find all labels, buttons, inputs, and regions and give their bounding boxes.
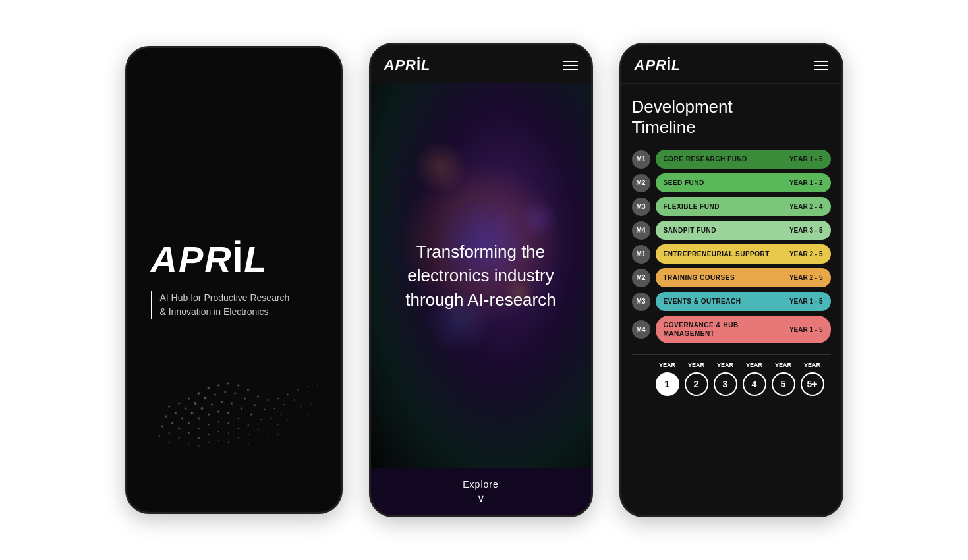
pill-label: EVENTS & OUTREACH bbox=[664, 297, 741, 306]
svg-point-75 bbox=[237, 428, 239, 430]
svg-point-91 bbox=[268, 446, 269, 447]
svg-point-79 bbox=[277, 434, 279, 435]
year-circle-5plus[interactable]: 5+ bbox=[801, 372, 824, 396]
svg-point-95 bbox=[218, 440, 219, 441]
phone3-navbar: APRİL bbox=[621, 45, 841, 84]
svg-point-63 bbox=[277, 424, 279, 425]
svg-point-61 bbox=[257, 429, 259, 431]
timeline-row: M1 ENTREPRENEURIAL SUPPORT YEAR 2 - 5 bbox=[632, 244, 831, 264]
timeline-row: M2 SEED FUND YEAR 1 - 2 bbox=[632, 173, 831, 192]
year-label: YEAR bbox=[685, 362, 708, 368]
chevron-down-icon: ∨ bbox=[382, 492, 581, 505]
svg-point-9 bbox=[257, 395, 260, 398]
svg-point-102 bbox=[228, 450, 229, 451]
year-circle-2[interactable]: 2 bbox=[685, 372, 708, 396]
svg-point-28 bbox=[273, 408, 275, 410]
milestone-badge: M1 bbox=[632, 150, 650, 169]
svg-point-65 bbox=[297, 416, 299, 417]
svg-point-22 bbox=[214, 393, 217, 396]
svg-point-68 bbox=[168, 442, 170, 444]
year-legend: YEAR YEAR YEAR YEAR YEAR YEAR 1 2 3 4 5 … bbox=[632, 354, 831, 396]
svg-point-69 bbox=[178, 437, 180, 439]
svg-point-67 bbox=[317, 417, 318, 418]
svg-point-7 bbox=[237, 384, 240, 387]
pill-year: YEAR 3 - 5 bbox=[789, 227, 823, 234]
phone-splash: APRİL AI Hub for Productive Research & I… bbox=[125, 46, 343, 514]
svg-point-45 bbox=[270, 418, 272, 420]
phone2-menu-icon[interactable] bbox=[563, 61, 578, 70]
year-labels: YEAR YEAR YEAR YEAR YEAR YEAR bbox=[632, 362, 831, 368]
timeline-pill: FLEXIBLE FUND YEAR 2 - 4 bbox=[656, 197, 831, 216]
svg-point-8 bbox=[247, 389, 250, 391]
timeline-row: M3 EVENTS & OUTREACH YEAR 1 - 5 bbox=[632, 292, 831, 311]
splash-tagline: AI Hub for Productive Research & Innovat… bbox=[151, 291, 290, 319]
hero-content: Transforming the electronics industry th… bbox=[371, 83, 591, 468]
timeline-pill: TRAINING COURSES YEAR 2 - 5 bbox=[656, 268, 831, 287]
svg-point-43 bbox=[250, 413, 253, 416]
timeline-content: Development Timeline M1 CORE RESEARCH FU… bbox=[621, 84, 841, 515]
svg-point-31 bbox=[304, 396, 305, 397]
svg-point-78 bbox=[268, 437, 269, 439]
svg-point-77 bbox=[258, 439, 259, 440]
year-circle-3[interactable]: 3 bbox=[714, 372, 737, 396]
timeline-pill: SEED FUND YEAR 1 - 2 bbox=[656, 173, 831, 192]
svg-point-50 bbox=[320, 406, 322, 407]
svg-point-85 bbox=[208, 434, 210, 435]
svg-point-93 bbox=[198, 445, 200, 447]
svg-point-82 bbox=[179, 447, 180, 449]
svg-point-34 bbox=[161, 425, 164, 428]
svg-point-33 bbox=[324, 396, 325, 397]
svg-point-84 bbox=[198, 437, 200, 439]
svg-point-72 bbox=[208, 424, 210, 426]
svg-point-96 bbox=[228, 441, 229, 443]
phone2-navbar: APRİ·L bbox=[371, 45, 591, 83]
milestone-badge: M4 bbox=[632, 221, 650, 240]
svg-point-100 bbox=[208, 450, 210, 451]
hero-text: Transforming the electronics industry th… bbox=[371, 240, 591, 312]
pill-label: FLEXIBLE FUND bbox=[664, 202, 720, 211]
svg-point-23 bbox=[224, 391, 227, 393]
timeline-pill: GOVERNANCE & HUB MANAGEMENT YEAR 1 - 5 bbox=[656, 316, 831, 343]
svg-point-12 bbox=[287, 394, 289, 396]
pill-year: YEAR 2 - 5 bbox=[789, 274, 823, 281]
svg-point-74 bbox=[227, 422, 229, 424]
explore-label: Explore bbox=[382, 479, 581, 490]
svg-point-57 bbox=[217, 410, 220, 413]
svg-point-60 bbox=[247, 424, 249, 426]
svg-point-66 bbox=[307, 414, 308, 416]
year-label: YEAR bbox=[772, 362, 795, 368]
pill-year: YEAR 1 - 5 bbox=[789, 298, 823, 305]
timeline-pill: EVENTS & OUTREACH YEAR 1 - 5 bbox=[656, 292, 831, 311]
pill-label: GOVERNANCE & HUB MANAGEMENT bbox=[664, 321, 784, 338]
timeline-pill: CORE RESEARCH FUND YEAR 1 - 5 bbox=[656, 150, 831, 169]
svg-point-14 bbox=[307, 386, 308, 387]
svg-point-47 bbox=[291, 409, 292, 410]
tagline-line2: & Innovation in Electronics bbox=[160, 306, 269, 317]
timeline-row: M1 CORE RESEARCH FUND YEAR 1 - 5 bbox=[632, 150, 831, 169]
year-circle-1[interactable]: 1 bbox=[656, 372, 679, 396]
phone3-logo: APRİL bbox=[635, 57, 681, 74]
explore-area[interactable]: Explore ∨ bbox=[371, 468, 591, 515]
tagline-line1: AI Hub for Productive Research bbox=[160, 293, 290, 303]
svg-point-29 bbox=[283, 404, 285, 406]
timeline-pill: ENTREPRENEURIAL SUPPORT YEAR 2 - 5 bbox=[656, 244, 831, 264]
pill-label: TRAINING COURSES bbox=[664, 273, 735, 282]
svg-point-0 bbox=[168, 405, 171, 408]
phone3-menu-icon[interactable] bbox=[814, 61, 828, 70]
svg-point-18 bbox=[175, 412, 177, 414]
svg-point-30 bbox=[294, 399, 295, 401]
milestone-badge: M3 bbox=[632, 293, 650, 311]
svg-point-5 bbox=[217, 384, 220, 387]
page-wrapper: APRİL AI Hub for Productive Research & I… bbox=[0, 0, 968, 560]
svg-point-80 bbox=[287, 429, 289, 430]
pill-year: YEAR 1 - 5 bbox=[789, 326, 823, 333]
year-circle-4[interactable]: 4 bbox=[743, 372, 766, 396]
timeline-row: M4 SANDPIT FUND YEAR 3 - 5 bbox=[632, 221, 831, 240]
year-circle-5[interactable]: 5 bbox=[772, 372, 795, 396]
pill-year: YEAR 1 - 5 bbox=[789, 155, 823, 163]
svg-point-24 bbox=[234, 392, 237, 395]
svg-point-26 bbox=[254, 404, 256, 406]
svg-point-59 bbox=[237, 418, 239, 420]
dot-decoration bbox=[156, 341, 341, 472]
section-title-line1: Development bbox=[632, 97, 733, 117]
